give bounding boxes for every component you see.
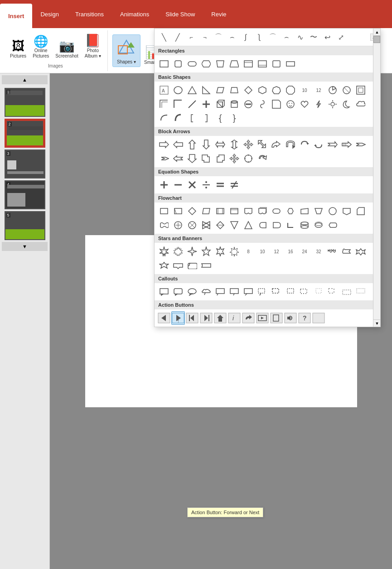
shape-fc-delay[interactable] xyxy=(270,218,283,232)
shape-heart[interactable] xyxy=(298,97,311,111)
shape-ribbon-banner1[interactable] xyxy=(171,259,185,272)
shape-fc-alternate[interactable] xyxy=(171,204,185,218)
shapes-scroll-up-btn[interactable]: ▲ xyxy=(373,29,381,36)
shape-curly[interactable] xyxy=(256,97,269,111)
shape-action-end[interactable] xyxy=(199,311,213,325)
shape-fc-decision[interactable] xyxy=(185,204,199,218)
shape-line9[interactable]: ⌒ xyxy=(266,30,280,44)
shape-line8[interactable]: ∫ xyxy=(252,30,266,44)
shape-line11[interactable]: ∿ xyxy=(293,30,307,44)
shape-corner[interactable] xyxy=(171,97,185,111)
shapes-scroll-down-btn[interactable]: ▼ xyxy=(373,319,381,327)
shape-callout-acc3[interactable] xyxy=(284,285,297,299)
shape-ribbon-up1[interactable] xyxy=(354,245,368,258)
shape-fc-store[interactable] xyxy=(256,218,269,232)
shape-star5[interactable] xyxy=(199,245,213,258)
shape-callout-oval[interactable] xyxy=(185,285,199,299)
shape-action-back[interactable] xyxy=(157,311,171,325)
scrollbar-thumb[interactable] xyxy=(373,36,380,43)
slides-scroll-up[interactable]: ▲ xyxy=(2,75,48,84)
shape-arrow-uturn[interactable] xyxy=(284,138,297,151)
shape-noentry[interactable] xyxy=(242,97,255,111)
shape-rect1[interactable] xyxy=(157,57,171,71)
shape-fc-card[interactable] xyxy=(354,204,368,218)
shape-arrow-left[interactable] xyxy=(171,138,185,151)
shape-fc-collate[interactable] xyxy=(199,218,213,232)
shape-arrow-down[interactable] xyxy=(199,138,213,151)
shape-fc-offpage[interactable] xyxy=(340,204,353,218)
shape-cylinder[interactable] xyxy=(227,97,241,111)
shape-ellipse[interactable] xyxy=(171,83,185,97)
shape-callout-acc4[interactable] xyxy=(298,285,311,299)
shape-rect3[interactable] xyxy=(185,57,199,71)
shape-fc-sort[interactable] xyxy=(213,218,227,232)
shape-star4[interactable] xyxy=(185,245,199,258)
shape-arc[interactable] xyxy=(157,111,171,125)
shape-plus[interactable] xyxy=(199,97,213,111)
tab-slideshow[interactable]: Slide Show xyxy=(157,0,203,28)
shape-bracket-r[interactable] xyxy=(199,111,213,125)
shape-line7[interactable]: ∫ xyxy=(239,30,252,44)
shape-arrow-up[interactable] xyxy=(185,138,199,151)
tab-review[interactable]: Revie xyxy=(203,0,234,28)
shape-fc-disk[interactable] xyxy=(312,218,325,232)
shape-arrow-notched[interactable] xyxy=(326,138,339,151)
shape-action-beginning[interactable] xyxy=(185,311,199,325)
tab-design[interactable]: Design xyxy=(32,0,67,28)
shape-fc-punchtape[interactable] xyxy=(157,218,171,232)
tab-animations[interactable]: Animations xyxy=(112,0,157,28)
shape-trapezoid[interactable] xyxy=(227,83,241,97)
shape-action-sound[interactable] xyxy=(284,311,297,325)
shape-line6[interactable]: ⌢ xyxy=(225,30,239,44)
shape-line13[interactable]: ↩ xyxy=(320,30,334,44)
shape-lightning[interactable] xyxy=(312,97,325,111)
slide-thumb-1[interactable]: 1 xyxy=(5,88,45,117)
shape-moon[interactable] xyxy=(340,97,353,111)
shape-rect9[interactable] xyxy=(270,57,283,71)
shape-eq-plus[interactable] xyxy=(157,178,171,192)
shape-star7[interactable] xyxy=(227,245,241,258)
shape-octagon[interactable] xyxy=(284,83,297,97)
shape-fc-internal[interactable] xyxy=(227,204,241,218)
shape-text[interactable]: A xyxy=(157,83,171,97)
slides-scroll-down[interactable]: ▼ xyxy=(2,242,48,251)
photo-album-button[interactable]: 📕 PhotoAlbum ▾ xyxy=(82,33,104,61)
shape-fc-process[interactable] xyxy=(157,204,171,218)
shape-callout-line2[interactable] xyxy=(227,285,241,299)
shape-pie[interactable] xyxy=(326,83,339,97)
shape-star-32pt[interactable]: 32 xyxy=(312,245,325,258)
shape-fc-database[interactable] xyxy=(298,218,311,232)
shape-fc-document[interactable] xyxy=(242,204,255,218)
shape-callout-acc1[interactable] xyxy=(256,285,269,299)
shape-action-movie[interactable] xyxy=(256,311,269,325)
shape-star6[interactable] xyxy=(213,245,227,258)
shape-arrow-diag[interactable] xyxy=(256,138,269,151)
shape-action-forward[interactable]: ↑ xyxy=(171,311,185,325)
tab-insert[interactable]: Insert xyxy=(0,4,32,28)
shape-arrow-ud[interactable] xyxy=(227,138,241,151)
shape-action-help[interactable]: ? xyxy=(298,311,311,325)
shape-bracket-l[interactable] xyxy=(185,111,199,125)
shape-arrow-4way[interactable] xyxy=(242,138,255,151)
shape-rect10[interactable] xyxy=(284,57,297,71)
tab-transitions[interactable]: Transitions xyxy=(67,0,112,28)
shape-arrow-upright[interactable] xyxy=(213,152,227,165)
shape-action-document[interactable] xyxy=(270,311,283,325)
shape-fc-comment[interactable] xyxy=(284,218,297,232)
shape-action-return[interactable] xyxy=(242,311,255,325)
shape-striped-arrow[interactable] xyxy=(340,138,353,151)
shape-line10[interactable]: ⌢ xyxy=(280,30,293,44)
shape-fc-preparation[interactable] xyxy=(284,204,297,218)
shape-fc-predefined[interactable] xyxy=(213,204,227,218)
shape-scroll-horiz[interactable] xyxy=(185,259,199,272)
shape-star-10pt[interactable]: 10 xyxy=(256,245,269,258)
shape-blockarc[interactable] xyxy=(171,111,185,125)
shape-fc-connector[interactable] xyxy=(326,204,339,218)
shape-callout-line1[interactable] xyxy=(213,285,227,299)
shape-heptagon[interactable] xyxy=(270,83,283,97)
shape-rect6[interactable] xyxy=(227,57,241,71)
shape-fc-data[interactable] xyxy=(199,204,213,218)
shape-eq-multiply[interactable] xyxy=(185,178,199,192)
shape-frame[interactable] xyxy=(354,83,368,97)
shape-cloud[interactable] xyxy=(354,97,368,111)
